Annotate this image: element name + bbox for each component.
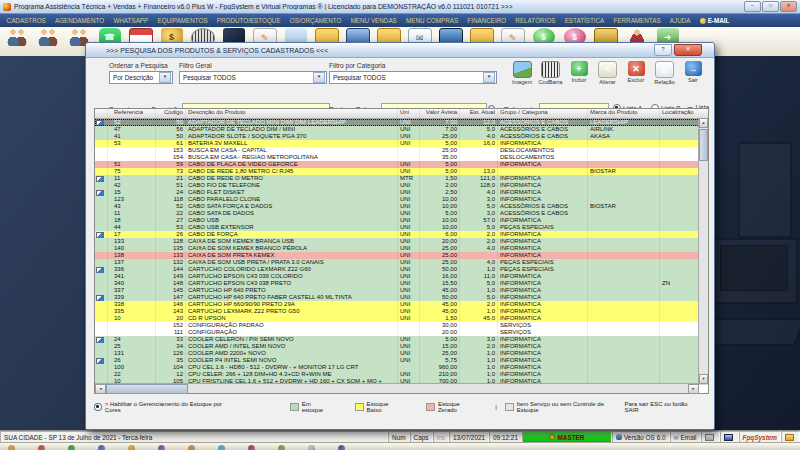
- menu-item-estat-stica[interactable]: ESTATÍSTICA: [560, 17, 609, 24]
- menu-bar: CADASTROSAGENDAMENTOWHATSAPPEQUIPAMENTOS…: [0, 14, 800, 27]
- table-row[interactable]: 1121CABO DE REDE O METROMTR1,50121,0INFO…: [95, 175, 708, 182]
- table-row[interactable]: 154BUSCA EM CASA - REGIAO METROPOLITANA3…: [95, 154, 708, 161]
- table-row[interactable]: 4150ADAPTADOR SLOTE / SOQUETE PGA 370UNI…: [95, 133, 708, 140]
- table-row[interactable]: 4756ADAPTADOR DE TECLADO DIM / MINIUNI7,…: [95, 126, 708, 133]
- scrollbar-thumb[interactable]: [106, 384, 188, 394]
- menu-item-ferramentas[interactable]: FERRAMENTAS: [609, 17, 665, 24]
- table-row[interactable]: 4251CABO FIO DE TELEFONEUNI2,00128,0INFO…: [95, 182, 708, 189]
- green-swatch-icon: [290, 403, 299, 411]
- table-row[interactable]: 131126COOLER AMD 2200+ NOVOUNI25,001,0IN…: [95, 350, 708, 357]
- col-referencia[interactable]: Referencia: [108, 109, 156, 118]
- col-grupo[interactable]: Grupo / Categoria: [498, 109, 588, 118]
- alterar-button[interactable]: ✎Alterar: [594, 61, 622, 86]
- dialog-help-button[interactable]: ?: [654, 44, 672, 56]
- menu-item-ajuda[interactable]: AJUDA: [665, 17, 695, 24]
- table-header[interactable]: Referencia Código Descrição do Produto U…: [95, 109, 708, 119]
- menu-item-menu-vendas[interactable]: MENU VENDAS: [346, 17, 401, 24]
- table-row[interactable]: 123118CABO PARALELO CLONEUNI10,003,0INFO…: [95, 196, 708, 203]
- menu-item-os-or-amento[interactable]: OS/ORÇAMENTO: [285, 17, 346, 24]
- scroll-up-icon[interactable]: ▲: [699, 118, 708, 128]
- menu-item-produto-estoque[interactable]: PRODUTO/ESTOQUE: [212, 17, 285, 24]
- table-row[interactable]: 340148CARTUCHO EPSON C43 038 PRETOUNI15,…: [95, 280, 708, 287]
- chevron-down-icon[interactable]: ▼: [159, 72, 171, 83]
- clipped-icon: [98, 445, 105, 450]
- scroll-left-icon[interactable]: ◄: [95, 384, 106, 394]
- legend-toggle-label: > Habilitar o Gerenciamento do Estoque p…: [105, 401, 236, 413]
- table-row[interactable]: 138133CAIXA DE SOM PRETA KEMEXUNI25,00IN…: [95, 252, 708, 259]
- ordenar-combobox[interactable]: Por Descrição ▼: [109, 71, 173, 84]
- ordenar-value: Por Descrição: [110, 74, 158, 81]
- menu-item-financeiro[interactable]: FINANCEIRO: [463, 17, 511, 24]
- sair-button[interactable]: →Sair: [679, 61, 707, 84]
- monitor-icon: [724, 434, 733, 441]
- envelope-icon: ✉: [674, 434, 679, 441]
- close-button[interactable]: ✕: [780, 1, 797, 12]
- table-row[interactable]: 5159CABO DE PLACA DE VIDEO GEFORCEUNI5,0…: [95, 161, 708, 168]
- clientes-icon: [6, 28, 28, 46]
- table-row[interactable]: 1827CABO USBUNI10,0057,0INFORMATICA: [95, 217, 708, 224]
- dialog-titlebar[interactable]: >>> PESQUISA DOS PRODUTOS & SERVIÇOS CAD…: [86, 43, 714, 58]
- dialog-close-button[interactable]: ✕: [674, 44, 702, 56]
- chevron-down-icon[interactable]: ▼: [313, 72, 325, 83]
- menu-item-cadastros[interactable]: CADASTROS: [2, 17, 50, 24]
- clipped-bottom-toolbar: [0, 442, 800, 450]
- table-row[interactable]: 2635COOLER P4 INTEL SEMI NOVOUNI5,751,0I…: [95, 357, 708, 364]
- imagem-button[interactable]: Imagem: [508, 61, 536, 86]
- scroll-down-icon[interactable]: ▼: [699, 374, 708, 384]
- exit-hint: Para sair ESC ou botão SAIR: [624, 401, 701, 413]
- table-row[interactable]: 7573CABO DE REDE 1,80 METRO C/ RJ45UNI5,…: [95, 168, 708, 175]
- table-row[interactable]: 338146CARTUCHO HP 660/90/90 PRETO 29AUNI…: [95, 301, 708, 308]
- table-row[interactable]: 4453CABO USB EXTENSORUNI10,005,0PEÇAS ES…: [95, 224, 708, 231]
- menu-item-whatsapp[interactable]: WHATSAPP: [109, 17, 153, 24]
- table-row[interactable]: 2433COOLER CELERON / PIII SEMI NOVOUNI5,…: [95, 336, 708, 343]
- menu-item-relat-rios[interactable]: RELATÓRIOS: [511, 17, 560, 24]
- table-row[interactable]: 4352CABO SATA FORÇA E DADOSUNI10,005,0AC…: [95, 203, 708, 210]
- table-row[interactable]: 1524CABO FLET DISKETUNI2,504,0INFORMATIC…: [95, 189, 708, 196]
- col-codigo[interactable]: Código: [156, 109, 186, 118]
- table-row[interactable]: 140135CAIXA DE SOM KEMEX BRANCO PÉROLAUN…: [95, 245, 708, 252]
- table-row[interactable]: 335143CARTUCHO LEXMARK Z22 PRETO G50UNI4…: [95, 308, 708, 315]
- vertical-scrollbar[interactable]: ▲ ▼: [698, 118, 708, 384]
- table-row[interactable]: 341149CARTUCHO EPSON C43 039 COLORIDOUNI…: [95, 273, 708, 280]
- table-row[interactable]: 337145CARTUCHO HP 640 PRETOUNI45,001,0IN…: [95, 287, 708, 294]
- clipped-icon: [38, 445, 45, 450]
- table-row[interactable]: 2534COOLER AMD / INTEL SEMI NOVOUNI15,00…: [95, 343, 708, 350]
- table-row[interactable]: 137132CAIXA DE SOM USB PRETA / PRATA 3.0…: [95, 259, 708, 266]
- table-row[interactable]: 2212CPU CELER: 266 + 128 DIM+HD 4.3+CD R…: [95, 371, 708, 378]
- incluir-button[interactable]: +Incluir: [565, 61, 593, 84]
- menu-item-agendamento[interactable]: AGENDAMENTO: [50, 17, 108, 24]
- col-uni[interactable]: Uni: [398, 109, 420, 118]
- col-marca[interactable]: Marca do Produto: [588, 109, 660, 118]
- col-estoque[interactable]: Est. Atual: [460, 109, 498, 118]
- chevron-down-icon[interactable]: ▼: [483, 72, 495, 83]
- scrollbar-thumb[interactable]: [699, 129, 708, 161]
- menu-item-menu-compras[interactable]: MENU COMPRAS: [401, 17, 462, 24]
- table-row[interactable]: 100104CPU CEL 1.6 - HD80 - 512 - DVDRW -…: [95, 364, 708, 371]
- excluir-button[interactable]: ✕Excluir: [622, 61, 650, 84]
- table-row[interactable]: 336144CARTUCHO COLORIDO LEXMARK Z22 G60U…: [95, 266, 708, 273]
- maximize-button[interactable]: □: [762, 1, 779, 12]
- col-valor[interactable]: Valor Avista: [420, 109, 460, 118]
- relacao-button[interactable]: ≣Relação: [651, 61, 679, 86]
- table-row[interactable]: 111CONFIGURAÇÃO20,00SERVIÇOS: [95, 329, 708, 336]
- menu-item-e-mail[interactable]: E-MAIL: [695, 17, 734, 24]
- scroll-right-icon[interactable]: ►: [688, 384, 699, 394]
- menu-item-equipamentos[interactable]: EQUIPAMENTOS: [153, 17, 212, 24]
- col-descricao[interactable]: Descrição do Produto: [186, 109, 398, 118]
- table-row[interactable]: 153BUSCA EM CASA - CAPITAL25,00DESLOCAME…: [95, 147, 708, 154]
- codbarra-button[interactable]: CodBarra: [537, 61, 565, 86]
- table-row[interactable]: 5361BATERIA 3V MAXELLUNI5,0016,0INFORMAT…: [95, 140, 708, 147]
- horizontal-scrollbar[interactable]: ◄ ►: [95, 383, 699, 393]
- table-row[interactable]: 1726CABO DE FORÇAUNI6,002,0INFORMATICA: [95, 231, 708, 238]
- table-row[interactable]: 133128CAIXA DE SOM KEMEX BRANCA USBUNI20…: [95, 238, 708, 245]
- table-row[interactable]: 1122CABO SATA DE DADOSUNI5,003,0ACESSÓRI…: [95, 210, 708, 217]
- filtro-categoria-combobox[interactable]: Pesquisar TODOS ▼: [329, 71, 497, 84]
- table-row[interactable]: 152CONFIGURAÇÃO PADRAO30,00SERVIÇOS: [95, 322, 708, 329]
- table-row[interactable]: 5250ADAPTADOR DE TECLADO MINI DIM/ DIM L…: [95, 119, 708, 126]
- col-localizacao[interactable]: Localização: [660, 109, 699, 118]
- table-row[interactable]: 339147CARTUCHO HP 640 PRETO FABER CASTEL…: [95, 294, 708, 301]
- minimize-button[interactable]: –: [744, 1, 761, 12]
- filtro-geral-combobox[interactable]: Pesquisar TODOS ▼: [179, 71, 327, 84]
- legend-toggle-radio[interactable]: [94, 403, 102, 411]
- table-row[interactable]: 1020CD R UPSONUNI1,5045,0INFORMATICA: [95, 315, 708, 322]
